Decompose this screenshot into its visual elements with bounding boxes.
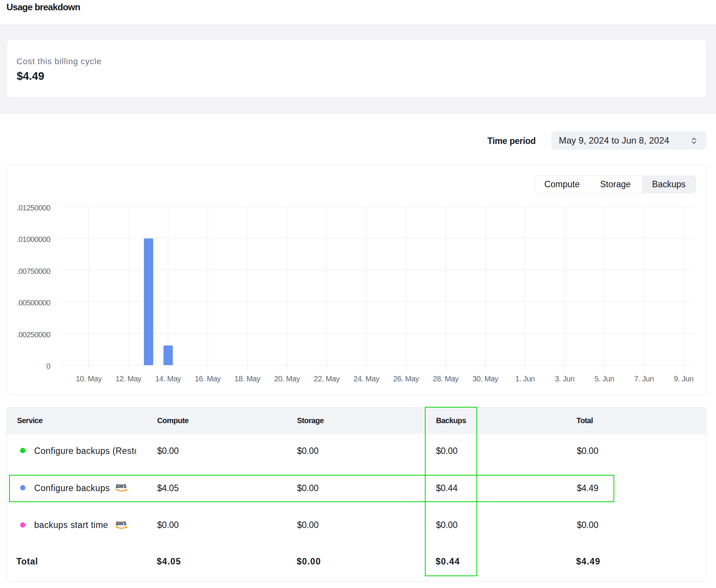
- svg-text:20. May: 20. May: [274, 375, 300, 383]
- svg-text:28. May: 28. May: [433, 375, 459, 383]
- svg-text:16. May: 16. May: [195, 375, 221, 383]
- svg-text:3. Jun: 3. Jun: [555, 375, 574, 383]
- svg-text:18. May: 18. May: [235, 375, 260, 383]
- svg-text:0: 0: [46, 362, 50, 370]
- svg-text:.01000000: .01000000: [17, 235, 50, 243]
- svg-text:30. May: 30. May: [472, 375, 498, 383]
- svg-text:.00750000: .00750000: [17, 267, 50, 275]
- svg-text:10. May: 10. May: [76, 375, 102, 383]
- svg-text:22. May: 22. May: [314, 375, 340, 383]
- svg-text:.00500000: .00500000: [17, 299, 50, 307]
- svg-text:.00250000: .00250000: [17, 330, 50, 339]
- svg-text:9. Jun: 9. Jun: [674, 375, 694, 383]
- svg-text:12. May: 12. May: [115, 375, 141, 383]
- svg-text:5. Jun: 5. Jun: [595, 375, 614, 383]
- svg-text:24. May: 24. May: [353, 375, 379, 383]
- svg-text:14. May: 14. May: [155, 375, 181, 383]
- svg-text:7. Jun: 7. Jun: [634, 375, 654, 383]
- svg-text:aws: aws: [116, 521, 126, 527]
- svg-text:26. May: 26. May: [393, 375, 419, 383]
- svg-text:1. Jun: 1. Jun: [515, 375, 535, 383]
- svg-text:.01250000: .01250000: [17, 204, 50, 212]
